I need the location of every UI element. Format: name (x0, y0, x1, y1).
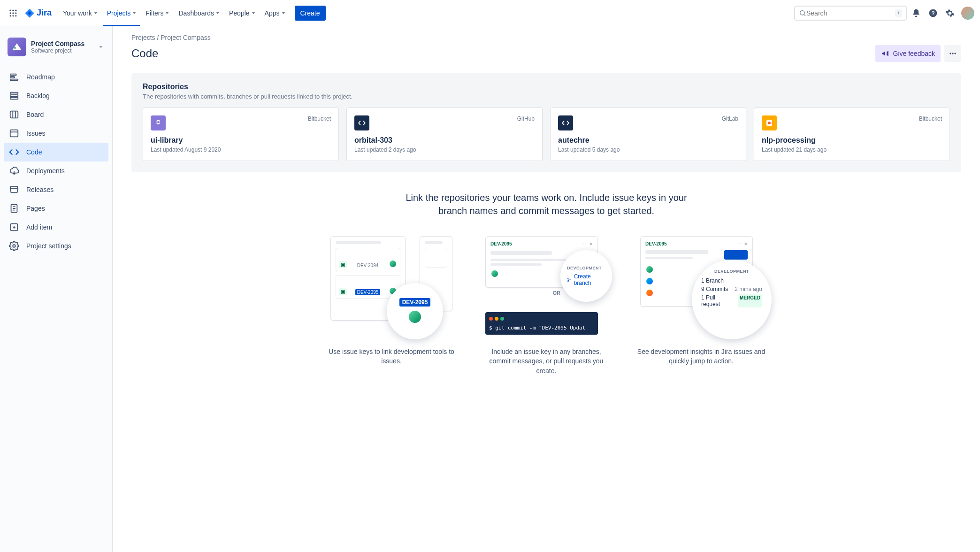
megaphone-icon (881, 49, 889, 58)
onboard-col-3: DEV-2095 ⋯ ✕ (635, 236, 767, 376)
repositories-heading: Repositories (143, 83, 950, 91)
sidebar-item-pages[interactable]: Pages (4, 199, 108, 218)
repo-name: ui-library (151, 136, 331, 145)
repo-card-autechre[interactable]: GitLabautechreLast updated 5 days ago (550, 107, 746, 161)
add-icon (8, 222, 20, 233)
sidebar: Project Compass Software project Roadmap… (0, 26, 113, 552)
more-horizontal-icon (948, 49, 957, 58)
sidebar-item-issues[interactable]: Issues (4, 124, 108, 143)
repo-card-orbital-303[interactable]: GitHuborbital-303Last updated 2 days ago (346, 107, 543, 161)
onboard-text-1: Use issue keys to link development tools… (326, 347, 457, 366)
sidebar-item-add-item[interactable]: Add item (4, 218, 108, 237)
sidebar-item-board[interactable]: Board (4, 105, 108, 124)
code-icon (8, 146, 20, 158)
nav-items: Your workProjectsFiltersDashboardsPeople… (59, 6, 289, 21)
chevron-down-icon (252, 12, 255, 14)
repo-name: orbital-303 (354, 136, 535, 145)
project-type: Software project (31, 47, 84, 54)
pages-icon (8, 203, 20, 214)
svg-point-29 (567, 278, 569, 279)
repo-updated: Last updated August 9 2020 (151, 146, 331, 153)
onboard-col-2: DEV-2095 ⋯ ✕ DEVELOPMENT (481, 236, 612, 376)
repo-provider: GitLab (722, 115, 738, 122)
svg-point-26 (954, 53, 956, 54)
svg-point-25 (952, 53, 953, 54)
jira-logo[interactable]: Jira (24, 8, 52, 18)
onboarding-title: Link the repositories your teams work on… (396, 191, 697, 217)
chevron-down-icon (216, 12, 220, 14)
project-switcher[interactable]: Project Compass Software project (4, 34, 108, 60)
repo-provider: Bitbucket (308, 115, 331, 122)
breadcrumb-root[interactable]: Projects (131, 34, 155, 41)
project-avatar-icon (8, 38, 26, 56)
svg-rect-15 (10, 79, 18, 81)
nav-people[interactable]: People (225, 6, 259, 21)
issues-icon (8, 128, 20, 139)
more-actions-button[interactable] (944, 45, 961, 62)
sidebar-item-backlog[interactable]: Backlog (4, 86, 108, 105)
nav-filters[interactable]: Filters (142, 6, 173, 21)
user-avatar[interactable] (961, 7, 974, 20)
sidebar-item-releases[interactable]: Releases (4, 180, 108, 199)
onboarding-section: Link the repositories your teams work on… (131, 191, 961, 394)
help-icon[interactable]: ? (926, 6, 941, 21)
repo-card-ui-library[interactable]: Bitbucketui-libraryLast updated August 9… (143, 107, 339, 161)
chevron-down-icon (132, 12, 136, 14)
chevron-down-icon (165, 12, 169, 14)
search-input[interactable] (806, 9, 895, 17)
breadcrumb-project[interactable]: Project Compass (161, 34, 211, 41)
sidebar-item-deployments[interactable]: Deployments (4, 161, 108, 180)
svg-point-8 (15, 15, 16, 16)
chevron-down-icon (282, 12, 285, 14)
repo-provider: GitHub (517, 115, 535, 122)
app-switcher-icon[interactable] (6, 6, 21, 21)
sidebar-item-code[interactable]: Code (4, 143, 108, 161)
svg-point-6 (10, 15, 11, 16)
nav-projects[interactable]: Projects (103, 6, 140, 21)
search-box[interactable]: / (794, 6, 907, 21)
backlog-icon (8, 90, 20, 101)
nav-apps[interactable]: Apps (261, 6, 289, 21)
svg-point-9 (800, 10, 804, 15)
sidebar-item-roadmap[interactable]: Roadmap (4, 68, 108, 86)
repo-icon (558, 115, 573, 130)
page-title: Code (131, 47, 158, 60)
svg-rect-16 (10, 92, 18, 94)
onboard-text-3: See development insights in Jira issues … (635, 347, 767, 366)
repo-provider: Bitbucket (919, 115, 942, 122)
onboard-text-2: Include an issue key in any branches, co… (481, 347, 612, 376)
search-kbd-hint: / (895, 9, 902, 17)
give-feedback-button[interactable]: Give feedback (875, 45, 941, 62)
svg-point-12 (14, 47, 16, 49)
settings-icon[interactable] (942, 6, 957, 21)
svg-rect-13 (10, 74, 16, 76)
nav-dashboards[interactable]: Dashboards (175, 6, 223, 21)
project-name: Project Compass (31, 40, 84, 47)
svg-point-5 (15, 12, 16, 14)
onboard-col-1: ▣ DEV-2094 ▣ DEV-2095 (326, 236, 457, 376)
svg-point-28 (768, 122, 771, 124)
create-button[interactable]: Create (295, 6, 326, 21)
repositories-subtext: The repositories with commits, branches … (143, 93, 950, 100)
nav-your-work[interactable]: Your work (59, 6, 101, 21)
svg-point-7 (12, 15, 14, 16)
svg-point-3 (10, 12, 11, 14)
svg-point-1 (12, 9, 14, 11)
chevron-down-icon (94, 12, 98, 14)
svg-point-23 (13, 245, 15, 247)
svg-rect-19 (10, 111, 18, 118)
notifications-icon[interactable] (909, 6, 924, 21)
settings-icon (8, 240, 20, 252)
svg-rect-20 (10, 130, 18, 137)
sidebar-item-project-settings[interactable]: Project settings (4, 237, 108, 255)
svg-point-2 (15, 9, 16, 11)
svg-point-0 (10, 9, 11, 11)
svg-point-24 (949, 53, 951, 54)
repo-card-nlp-processing[interactable]: Bitbucketnlp-processingLast updated 21 d… (754, 107, 950, 161)
repo-icon (151, 115, 166, 130)
svg-rect-17 (10, 95, 18, 97)
repo-updated: Last updated 5 days ago (558, 146, 738, 153)
svg-rect-18 (10, 98, 18, 100)
svg-text:?: ? (931, 10, 934, 16)
board-icon (8, 109, 20, 120)
